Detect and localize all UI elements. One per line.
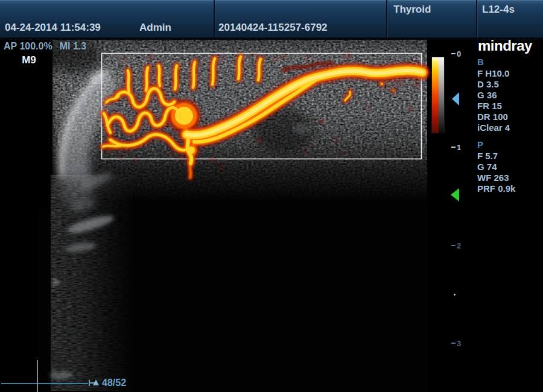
header-highlight: [0, 0, 543, 1]
param-row: G 74: [477, 162, 515, 172]
depth-tick: 3: [451, 339, 461, 347]
tick-label: 0: [457, 49, 461, 58]
probe-tab[interactable]: L12-4s: [482, 4, 515, 16]
tick-label: 3: [457, 339, 461, 348]
param-row: DR 100: [477, 112, 510, 122]
tick-dash: [451, 343, 456, 344]
exam-preset-tab[interactable]: Thyroid: [393, 4, 431, 16]
system-model-badge: M9: [17, 54, 41, 66]
color-scale-bar: [432, 57, 445, 133]
cine-scrubber[interactable]: [1, 383, 88, 384]
operator-name[interactable]: Admin: [139, 22, 171, 34]
b-mode-parameters: B F H10.0 D 3.5 G 36 FR 15 DR 100 iClear…: [477, 57, 510, 133]
tick-label: 1: [457, 143, 461, 152]
param-row: F H10.0: [477, 68, 510, 79]
tick-label: 2: [457, 241, 461, 250]
tick-dash: [451, 245, 456, 246]
depth-tick: 2: [451, 241, 461, 250]
param-row: iClear 4: [477, 122, 510, 133]
exam-id[interactable]: 20140424-115257-6792: [218, 22, 328, 34]
ultrasound-screen: 04-24-2014 11:54:39 Admin 20140424-11525…: [0, 0, 543, 392]
datetime: 04-24-2014 11:54:39: [5, 22, 101, 34]
param-row: G 36: [477, 90, 510, 101]
focus-marker-icon: [451, 188, 459, 201]
header-divider: [214, 0, 215, 37]
param-row: D 3.5: [477, 79, 510, 90]
depth-tick: 1: [451, 143, 461, 151]
b-mode-label: B: [477, 57, 510, 68]
header-divider: [476, 0, 477, 37]
header-bar: 04-24-2014 11:54:39 Admin 20140424-11525…: [0, 0, 543, 40]
cine-position-icon[interactable]: [93, 379, 99, 385]
depth-tick: 0: [451, 49, 461, 58]
depth-half-tick: [454, 294, 456, 296]
tick-dash: [451, 53, 456, 54]
param-row: PRF 0.9k: [477, 183, 515, 194]
image-left-edge-marker: [37, 360, 38, 392]
param-row: F 5.7: [477, 151, 515, 162]
baseline-marker-icon: [452, 92, 459, 106]
mechanical-index-value: MI 1.3: [60, 41, 86, 51]
frame-counter: 48/52: [102, 378, 126, 388]
param-row: FR 15: [477, 101, 510, 112]
acoustic-power-value: AP 100.0%: [4, 41, 52, 51]
param-row: WF 263: [477, 172, 515, 183]
mindray-logo: mindray: [478, 37, 532, 54]
power-doppler-parameters: P F 5.7 G 74 WF 263 PRF 0.9k: [477, 139, 515, 194]
ultrasound-image: [0, 0, 543, 392]
power-doppler-label: P: [477, 139, 515, 150]
header-divider: [386, 0, 387, 37]
tick-dash: [451, 147, 456, 148]
power-mi-readout: AP 100.0%MI 1.3: [4, 41, 86, 52]
